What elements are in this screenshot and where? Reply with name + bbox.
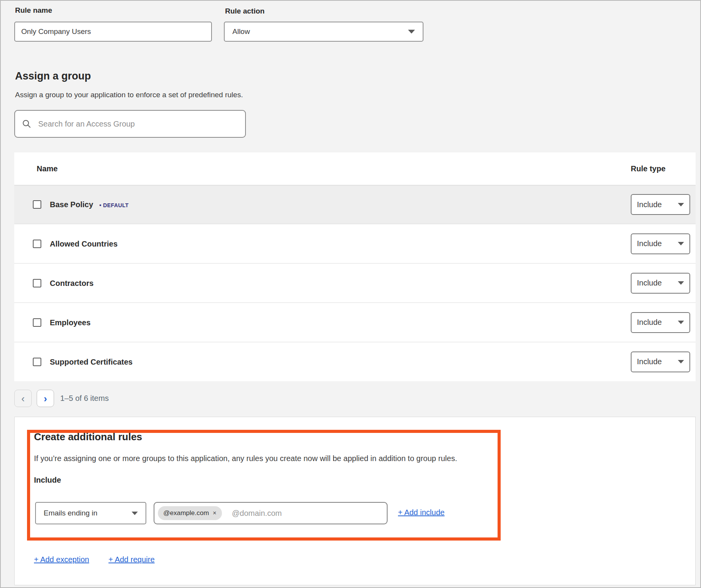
email-domain-field[interactable] [231,509,383,518]
group-name: Allowed Countries [50,239,118,248]
rule-action-label: Rule action [225,7,264,15]
access-groups-table: Name Rule type Base Policy•DEFAULT Inclu… [14,152,696,381]
row-checkbox[interactable] [33,240,41,248]
additional-rules-card: Create additional rules If you’re assign… [14,417,696,585]
caret-down-icon [678,203,684,206]
default-badge: •DEFAULT [99,202,129,208]
caret-down-icon [408,30,415,34]
row-checkbox[interactable] [33,279,41,287]
add-include-link[interactable]: + Add include [398,508,445,517]
rule-name-input[interactable] [14,22,212,42]
additional-rules-title: Create additional rules [34,431,142,443]
rule-type-select[interactable]: Include [631,351,690,372]
column-header-name: Name [37,164,58,173]
table-row: Base Policy•DEFAULT Include [14,185,696,224]
group-name: Contractors [50,279,93,287]
rule-settings-page: Rule name Rule action Allow Assign a gro… [0,0,701,588]
caret-down-icon [132,512,138,515]
rule-type-value: Include [637,318,662,327]
group-name: Employees [50,318,91,327]
condition-value: Emails ending in [44,509,97,517]
rule-name-label: Rule name [15,6,52,15]
rule-type-select[interactable]: Include [631,312,690,333]
rule-action-select[interactable]: Allow [224,22,423,42]
row-checkbox[interactable] [33,318,41,327]
rule-type-value: Include [637,239,662,248]
access-group-search[interactable] [14,110,246,138]
bullet-icon: • [99,202,102,208]
row-checkbox[interactable] [33,200,41,209]
chevron-right-icon: › [44,394,47,404]
include-label: Include [34,476,61,485]
condition-select[interactable]: Emails ending in [35,502,146,524]
caret-down-icon [678,242,684,245]
column-header-rule-type: Rule type [631,164,665,173]
search-input[interactable] [37,119,238,129]
previous-page-button[interactable]: ‹ [14,390,32,407]
table-row: Employees Include [14,302,696,342]
group-name: Supported Certificates [50,357,132,366]
group-name: Base Policy [50,200,93,209]
email-domains-input[interactable]: @example.com × [154,502,388,524]
next-page-button[interactable]: › [37,390,54,407]
rule-type-value: Include [637,279,662,287]
close-icon[interactable]: × [213,510,216,517]
caret-down-icon [678,360,684,363]
email-domain-chip: @example.com × [158,506,222,520]
search-icon [22,119,31,128]
add-exception-link[interactable]: + Add exception [34,555,89,564]
add-require-link[interactable]: + Add require [108,555,155,564]
pagination: ‹ › 1–5 of 6 items [14,390,109,407]
rule-type-select[interactable]: Include [631,233,690,254]
table-header: Name Rule type [14,152,696,185]
rule-action-value: Allow [232,27,250,36]
table-row: Contractors Include [14,263,696,302]
caret-down-icon [678,281,684,285]
caret-down-icon [678,321,684,324]
pagination-status: 1–5 of 6 items [60,394,109,403]
rule-type-value: Include [637,200,662,209]
chevron-left-icon: ‹ [21,394,25,404]
row-checkbox[interactable] [33,358,41,366]
assign-group-title: Assign a group [15,70,91,82]
rule-type-select[interactable]: Include [631,194,690,215]
table-row: Supported Certificates Include [14,342,696,381]
rule-type-value: Include [637,357,662,366]
chip-label: @example.com [163,509,209,517]
table-row: Allowed Countries Include [14,224,696,263]
rule-type-select[interactable]: Include [631,273,690,294]
assign-group-description: Assign a group to your application to en… [15,91,243,99]
additional-rules-description: If you’re assigning one or more groups t… [34,454,457,463]
